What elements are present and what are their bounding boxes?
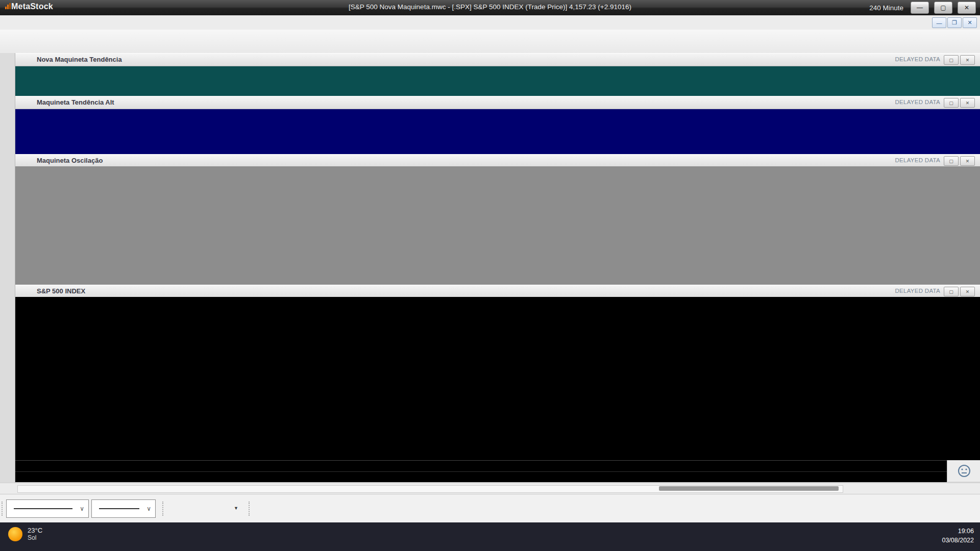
panel-tendencia-alt-chart[interactable] xyxy=(15,109,980,154)
panel-header-tendencia-alt: Maquineta Tendência Alt DELAYED DATA ▢ ✕ xyxy=(15,96,980,109)
maximize-button[interactable]: ▢ xyxy=(934,2,952,14)
neutral-face-icon xyxy=(958,464,971,478)
sun-icon xyxy=(8,527,22,541)
close-button[interactable]: ✕ xyxy=(958,2,976,14)
line-style-dropdown[interactable]: ∨ xyxy=(6,499,89,518)
menubar: — ❐ ✕ xyxy=(0,15,980,30)
line-style-preview xyxy=(14,508,72,509)
panel-close-button[interactable]: ✕ xyxy=(960,55,975,65)
panel-title: S&P 500 INDEX xyxy=(37,287,85,295)
month-axis xyxy=(15,471,947,482)
panel-title: Nova Maquineta Tendência xyxy=(37,56,122,63)
panel-title: Maquineta Oscilação xyxy=(37,157,103,164)
style-toolbar: ∨ ∨ ▼ xyxy=(0,494,980,523)
titlebar: MetaStock [S&P 500 Nova Maquineta.mwc - … xyxy=(0,0,980,15)
panel-oscilacao-chart[interactable] xyxy=(15,166,980,285)
horizontal-scrollbar[interactable] xyxy=(17,485,843,493)
delayed-data-badge: DELAYED DATA xyxy=(895,56,940,62)
window-title: [S&P 500 Nova Maquineta.mwc - [.SPX] S&P… xyxy=(0,3,980,11)
sentiment-button[interactable] xyxy=(947,460,980,482)
chart-nav-row xyxy=(0,483,980,494)
panel-header-tendencia: Nova Maquineta Tendência DELAYED DATA ▢ … xyxy=(15,53,980,66)
panel-close-button[interactable]: ✕ xyxy=(960,98,975,108)
weather-temp: 23°C xyxy=(28,527,42,534)
panel-maximize-button[interactable]: ▢ xyxy=(944,55,959,65)
panel-maximize-button[interactable]: ▢ xyxy=(944,156,959,166)
weather-condition: Sol xyxy=(28,534,42,541)
panel-close-button[interactable]: ✕ xyxy=(960,156,975,166)
color-palette xyxy=(169,498,232,519)
panel-maximize-button[interactable]: ▢ xyxy=(944,98,959,108)
clock-date: 03/08/2022 xyxy=(942,536,974,545)
weather-widget[interactable]: 23°C Sol xyxy=(8,527,42,541)
child-restore-button[interactable]: ❐ xyxy=(947,17,962,28)
date-axis xyxy=(15,460,947,472)
panel-tendencia-chart[interactable] xyxy=(15,66,980,96)
windows-taskbar: 23°C Sol 19:06 03/08/2022 xyxy=(0,522,980,551)
panel-price-chart[interactable] xyxy=(15,297,980,460)
scrollbar-thumb[interactable] xyxy=(659,486,839,491)
panel-title: Maquineta Tendência Alt xyxy=(37,98,114,106)
metastock-window: MetaStock [S&P 500 Nova Maquineta.mwc - … xyxy=(0,0,980,551)
clock-time: 19:06 xyxy=(942,527,974,536)
panel-header-oscilacao: Maquineta Oscilação DELAYED DATA ▢ ✕ xyxy=(15,154,980,167)
panel-maximize-button[interactable]: ▢ xyxy=(944,287,959,296)
panel-close-button[interactable]: ✕ xyxy=(960,287,975,296)
panel-header-price: S&P 500 INDEX DELAYED DATA ▢ ✕ xyxy=(15,285,980,298)
drawing-tool-palette xyxy=(0,53,15,494)
child-minimize-button[interactable]: — xyxy=(932,17,946,28)
taskbar-clock[interactable]: 19:06 03/08/2022 xyxy=(942,527,974,545)
line-weight-dropdown[interactable]: ∨ xyxy=(91,499,156,518)
line-weight-preview xyxy=(99,508,139,509)
minimize-button[interactable]: — xyxy=(911,2,929,14)
child-close-button[interactable]: ✕ xyxy=(963,17,977,28)
delayed-data-badge: DELAYED DATA xyxy=(895,99,940,105)
main-toolbar xyxy=(0,30,980,54)
delayed-data-badge: DELAYED DATA xyxy=(895,157,940,163)
delayed-data-badge: DELAYED DATA xyxy=(895,288,940,294)
palette-more-button[interactable]: ▼ xyxy=(234,506,238,511)
periodicity-label: 240 Minute xyxy=(869,4,903,12)
